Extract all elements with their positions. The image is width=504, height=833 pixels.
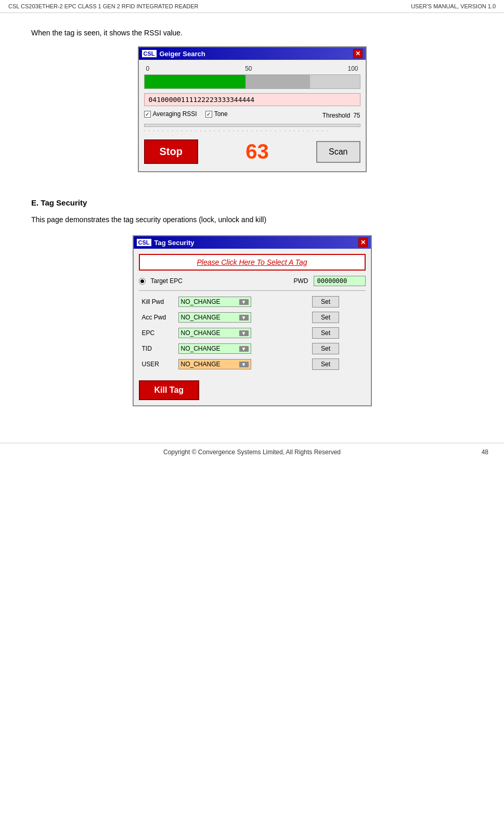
- target-epc-row: Target EPC PWD: [139, 276, 366, 286]
- security-window-title: Tag Security: [154, 239, 195, 247]
- header-right: USER'S MANUAL, VERSION 1.0: [411, 3, 496, 9]
- security-window-wrapper: CSL Tag Security ✕ Please Click Here To …: [31, 235, 473, 406]
- threshold-value: 75: [353, 112, 360, 119]
- geiger-options-row: ✓ Averaging RSSI ✓ Tone Threshold 75: [144, 110, 360, 121]
- averaging-rssi-option[interactable]: ✓ Averaging RSSI: [144, 110, 197, 118]
- scan-button[interactable]: Scan: [316, 141, 360, 163]
- header-left: CSL CS203ETHER-2 EPC CLASS 1 GEN 2 RFID …: [8, 3, 199, 9]
- kill-tag-button[interactable]: Kill Tag: [139, 380, 200, 400]
- tone-checkbox[interactable]: ✓: [205, 111, 212, 118]
- security-row-set-cell-0: Set: [309, 294, 365, 310]
- geiger-slider-row: . . . . . . . . . . . . . . . . . . . . …: [144, 124, 360, 132]
- dropdown-arrow-3[interactable]: ▼: [239, 346, 249, 352]
- dropdown-arrow-0[interactable]: ▼: [239, 299, 249, 305]
- target-epc-radio[interactable]: [139, 278, 146, 285]
- csl-logo: CSL: [142, 50, 157, 57]
- security-csl-logo: CSL: [137, 239, 151, 246]
- click-here-banner[interactable]: Please Click Here To Select A Tag: [139, 254, 366, 271]
- security-row-dropdown-cell-1: NO_CHANGE ▼: [175, 310, 309, 325]
- geiger-scale: 0 50 100: [144, 65, 360, 72]
- security-table-row: TID NO_CHANGE ▼ Set: [139, 341, 366, 356]
- security-row-set-cell-1: Set: [309, 310, 365, 325]
- geiger-tick-marks: . . . . . . . . . . . . . . . . . . . . …: [144, 127, 360, 132]
- geiger-titlebar: CSL Geiger Search ✕: [139, 47, 366, 60]
- security-divider: [139, 290, 366, 291]
- dropdown-arrow-4[interactable]: ▼: [239, 362, 249, 367]
- pwd-label: PWD: [294, 277, 308, 285]
- security-dropdown-1[interactable]: NO_CHANGE ▼: [178, 312, 251, 323]
- geiger-epc-display: 04100000111122223333344444: [144, 93, 360, 106]
- page-header: CSL CS203ETHER-2 EPC CLASS 1 GEN 2 RFID …: [0, 0, 504, 13]
- dropdown-arrow-1[interactable]: ▼: [239, 315, 249, 321]
- geiger-progress-bar: [144, 74, 360, 89]
- security-window: CSL Tag Security ✕ Please Click Here To …: [133, 235, 372, 406]
- set-button-2[interactable]: Set: [312, 327, 339, 339]
- geiger-window: CSL Geiger Search ✕ 0 50 100: [138, 46, 367, 172]
- security-row-dropdown-cell-4: NO_CHANGE ▼: [175, 356, 309, 372]
- footer-copyright: Copyright © Convergence Systems Limited,…: [163, 448, 341, 456]
- security-row-label-2: EPC: [139, 325, 175, 341]
- threshold-group: Threshold 75: [322, 112, 360, 119]
- rssi-value-display: 63: [245, 140, 269, 163]
- security-close-button[interactable]: ✕: [358, 238, 368, 247]
- security-window-body: Please Click Here To Select A Tag Target…: [134, 249, 371, 405]
- dropdown-arrow-2[interactable]: ▼: [239, 330, 249, 336]
- security-titlebar: CSL Tag Security ✕: [134, 236, 371, 249]
- security-row-dropdown-cell-3: NO_CHANGE ▼: [175, 341, 309, 356]
- section-e-title: E. Tag Security: [31, 198, 473, 207]
- page-content: When the tag is seen, it shows the RSSI …: [0, 13, 504, 422]
- geiger-bar-green: [145, 75, 246, 88]
- set-button-1[interactable]: Set: [312, 312, 339, 323]
- security-row-label-4: USER: [139, 356, 175, 372]
- security-dropdown-value-3: NO_CHANGE: [181, 345, 221, 352]
- page-number: 48: [482, 448, 488, 456]
- geiger-buttons-row: Stop 63 Scan: [144, 137, 360, 166]
- geiger-slider[interactable]: [144, 124, 360, 127]
- security-dropdown-value-1: NO_CHANGE: [181, 314, 221, 321]
- geiger-window-body: 0 50 100 04100000111122223333344444 ✓ Av…: [139, 60, 366, 171]
- security-row-set-cell-4: Set: [309, 356, 365, 372]
- security-row-dropdown-cell-0: NO_CHANGE ▼: [175, 294, 309, 310]
- security-table-row: EPC NO_CHANGE ▼ Set: [139, 325, 366, 341]
- geiger-window-title: Geiger Search: [160, 50, 205, 58]
- tone-label: Tone: [214, 110, 228, 118]
- target-epc-label: Target EPC: [151, 277, 183, 285]
- section-e-description: This page demonstrates the tag security …: [31, 215, 473, 224]
- intro-text: When the tag is seen, it shows the RSSI …: [31, 29, 473, 37]
- geiger-close-button[interactable]: ✕: [353, 49, 363, 58]
- averaging-rssi-label: Averaging RSSI: [153, 110, 197, 118]
- security-dropdown-value-2: NO_CHANGE: [181, 329, 221, 337]
- security-dropdown-3[interactable]: NO_CHANGE ▼: [178, 343, 251, 354]
- security-row-set-cell-3: Set: [309, 341, 365, 356]
- tone-option[interactable]: ✓ Tone: [205, 110, 228, 118]
- set-button-0[interactable]: Set: [312, 296, 339, 307]
- section-e: E. Tag Security This page demonstrates t…: [31, 198, 473, 406]
- geiger-window-wrapper: CSL Geiger Search ✕ 0 50 100: [31, 46, 473, 172]
- security-dropdown-value-0: NO_CHANGE: [181, 298, 221, 305]
- scale-right: 100: [347, 65, 358, 72]
- scale-center: 50: [245, 65, 252, 72]
- threshold-label: Threshold: [322, 112, 350, 119]
- security-dropdown-value-4: NO_CHANGE: [181, 361, 221, 368]
- security-row-label-3: TID: [139, 341, 175, 356]
- geiger-title-left: CSL Geiger Search: [142, 50, 205, 58]
- security-dropdown-2[interactable]: NO_CHANGE ▼: [178, 328, 251, 338]
- geiger-bar-gray: [245, 75, 310, 88]
- security-table-row: Acc Pwd NO_CHANGE ▼ Set: [139, 310, 366, 325]
- security-row-set-cell-2: Set: [309, 325, 365, 341]
- set-button-3[interactable]: Set: [312, 343, 339, 354]
- security-dropdown-4[interactable]: NO_CHANGE ▼: [178, 359, 251, 369]
- security-title-left: CSL Tag Security: [137, 239, 195, 247]
- averaging-rssi-checkbox[interactable]: ✓: [144, 111, 151, 118]
- security-dropdown-0[interactable]: NO_CHANGE ▼: [178, 297, 251, 307]
- security-row-dropdown-cell-2: NO_CHANGE ▼: [175, 325, 309, 341]
- scale-left: 0: [146, 65, 150, 72]
- pwd-input[interactable]: [314, 276, 366, 286]
- stop-button[interactable]: Stop: [144, 139, 198, 164]
- security-table-row: Kill Pwd NO_CHANGE ▼ Set: [139, 294, 366, 310]
- security-row-label-1: Acc Pwd: [139, 310, 175, 325]
- security-table: Kill Pwd NO_CHANGE ▼ Set Acc Pwd NO_CHAN…: [139, 294, 366, 372]
- security-row-label-0: Kill Pwd: [139, 294, 175, 310]
- page-footer: Copyright © Convergence Systems Limited,…: [0, 443, 504, 461]
- set-button-4[interactable]: Set: [312, 358, 339, 370]
